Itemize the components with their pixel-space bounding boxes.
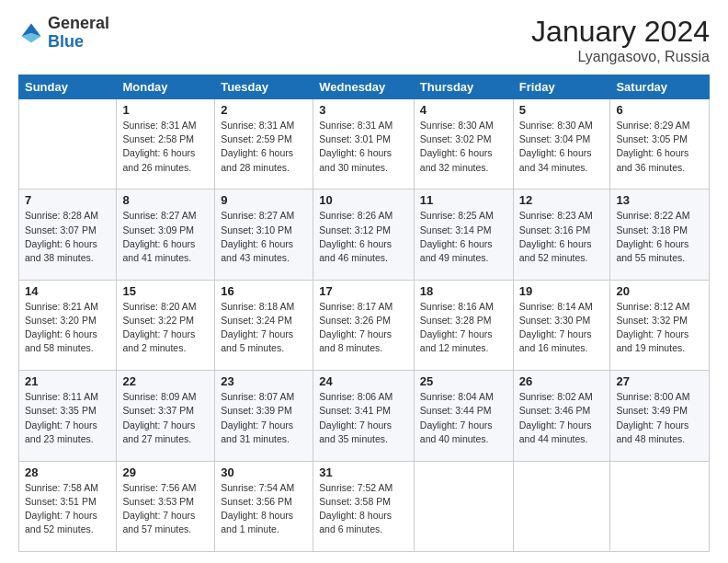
cell-w1-d5: 12Sunrise: 8:23 AM Sunset: 3:16 PM Dayli… [513,190,610,280]
cell-w2-d0: 14Sunrise: 8:21 AM Sunset: 3:20 PM Dayli… [19,280,117,370]
col-wednesday: Wednesday [313,75,415,99]
location: Lyangasovo, Russia [531,49,710,65]
week-row-2: 7Sunrise: 8:28 AM Sunset: 3:07 PM Daylig… [19,190,710,280]
day-number: 23 [221,374,307,388]
day-number: 3 [319,103,408,117]
cell-w1-d4: 11Sunrise: 8:25 AM Sunset: 3:14 PM Dayli… [414,190,513,280]
day-number: 1 [122,103,209,117]
day-info: Sunrise: 8:16 AM Sunset: 3:28 PM Dayligh… [420,300,507,356]
day-number: 30 [221,465,307,479]
day-info: Sunrise: 8:27 AM Sunset: 3:09 PM Dayligh… [122,209,209,265]
cell-w3-d6: 27Sunrise: 8:00 AM Sunset: 3:49 PM Dayli… [610,371,710,461]
day-number: 8 [122,193,209,207]
day-info: Sunrise: 8:30 AM Sunset: 3:04 PM Dayligh… [519,119,605,175]
cell-w3-d5: 26Sunrise: 8:02 AM Sunset: 3:46 PM Dayli… [513,371,610,461]
day-number: 10 [319,193,408,207]
day-info: Sunrise: 7:52 AM Sunset: 3:58 PM Dayligh… [319,481,408,537]
day-info: Sunrise: 8:18 AM Sunset: 3:24 PM Dayligh… [221,300,307,356]
week-row-1: 1Sunrise: 8:31 AM Sunset: 2:58 PM Daylig… [19,99,710,190]
cell-w0-d6: 6Sunrise: 8:29 AM Sunset: 3:05 PM Daylig… [610,99,710,190]
day-number: 17 [319,284,408,298]
day-info: Sunrise: 8:22 AM Sunset: 3:18 PM Dayligh… [616,209,703,265]
week-row-3: 14Sunrise: 8:21 AM Sunset: 3:20 PM Dayli… [19,280,710,370]
cell-w3-d3: 24Sunrise: 8:06 AM Sunset: 3:41 PM Dayli… [313,371,415,461]
day-info: Sunrise: 8:02 AM Sunset: 3:46 PM Dayligh… [519,390,605,446]
day-info: Sunrise: 8:29 AM Sunset: 3:05 PM Dayligh… [616,119,703,175]
cell-w2-d4: 18Sunrise: 8:16 AM Sunset: 3:28 PM Dayli… [414,280,513,370]
cell-w4-d6 [610,461,710,551]
day-number: 5 [519,103,605,117]
day-info: Sunrise: 7:58 AM Sunset: 3:51 PM Dayligh… [25,481,110,537]
logo: General Blue [18,15,109,52]
week-row-5: 28Sunrise: 7:58 AM Sunset: 3:51 PM Dayli… [19,461,710,551]
day-info: Sunrise: 8:28 AM Sunset: 3:07 PM Dayligh… [25,209,110,265]
calendar-header-row: Sunday Monday Tuesday Wednesday Thursday… [19,75,710,99]
day-number: 29 [122,465,209,479]
cell-w0-d1: 1Sunrise: 8:31 AM Sunset: 2:58 PM Daylig… [117,99,215,190]
day-info: Sunrise: 8:27 AM Sunset: 3:10 PM Dayligh… [221,209,307,265]
day-info: Sunrise: 8:26 AM Sunset: 3:12 PM Dayligh… [319,209,408,265]
day-number: 22 [122,374,209,388]
col-saturday: Saturday [610,75,710,99]
page: General Blue January 2024 Lyangasovo, Ru… [0,0,728,563]
cell-w2-d3: 17Sunrise: 8:17 AM Sunset: 3:26 PM Dayli… [313,280,415,370]
cell-w3-d1: 22Sunrise: 8:09 AM Sunset: 3:37 PM Dayli… [117,371,215,461]
logo-general: General [48,14,109,32]
day-number: 21 [25,374,110,388]
cell-w3-d4: 25Sunrise: 8:04 AM Sunset: 3:44 PM Dayli… [414,371,513,461]
cell-w3-d2: 23Sunrise: 8:07 AM Sunset: 3:39 PM Dayli… [215,371,313,461]
day-info: Sunrise: 8:04 AM Sunset: 3:44 PM Dayligh… [420,390,507,446]
month-title: January 2024 [531,15,710,49]
day-number: 15 [122,284,209,298]
day-number: 31 [319,465,408,479]
day-number: 20 [616,284,703,298]
day-number: 6 [616,103,703,117]
day-number: 14 [25,284,110,298]
day-info: Sunrise: 8:00 AM Sunset: 3:49 PM Dayligh… [616,390,703,446]
cell-w4-d0: 28Sunrise: 7:58 AM Sunset: 3:51 PM Dayli… [19,461,117,551]
day-number: 13 [616,193,703,207]
col-monday: Monday [117,75,215,99]
cell-w1-d3: 10Sunrise: 8:26 AM Sunset: 3:12 PM Dayli… [313,190,415,280]
day-number: 4 [420,103,507,117]
day-info: Sunrise: 8:31 AM Sunset: 2:58 PM Dayligh… [122,119,209,175]
cell-w0-d4: 4Sunrise: 8:30 AM Sunset: 3:02 PM Daylig… [414,99,513,190]
title-block: January 2024 Lyangasovo, Russia [531,15,710,65]
logo-blue: Blue [48,32,84,51]
col-friday: Friday [513,75,610,99]
day-info: Sunrise: 8:25 AM Sunset: 3:14 PM Dayligh… [420,209,507,265]
cell-w1-d2: 9Sunrise: 8:27 AM Sunset: 3:10 PM Daylig… [215,190,313,280]
cell-w2-d2: 16Sunrise: 8:18 AM Sunset: 3:24 PM Dayli… [215,280,313,370]
day-number: 28 [25,465,110,479]
cell-w4-d5 [513,461,610,551]
cell-w1-d0: 7Sunrise: 8:28 AM Sunset: 3:07 PM Daylig… [19,190,117,280]
cell-w0-d3: 3Sunrise: 8:31 AM Sunset: 3:01 PM Daylig… [313,99,415,190]
day-info: Sunrise: 8:21 AM Sunset: 3:20 PM Dayligh… [25,300,110,356]
day-number: 2 [221,103,307,117]
col-tuesday: Tuesday [215,75,313,99]
day-number: 9 [221,193,307,207]
day-info: Sunrise: 8:07 AM Sunset: 3:39 PM Dayligh… [221,390,307,446]
col-sunday: Sunday [19,75,117,99]
day-info: Sunrise: 8:31 AM Sunset: 2:59 PM Dayligh… [221,119,307,175]
cell-w4-d4 [414,461,513,551]
day-info: Sunrise: 8:23 AM Sunset: 3:16 PM Dayligh… [519,209,605,265]
calendar-table: Sunday Monday Tuesday Wednesday Thursday… [18,75,710,552]
day-number: 18 [420,284,507,298]
week-row-4: 21Sunrise: 8:11 AM Sunset: 3:35 PM Dayli… [19,371,710,461]
day-number: 19 [519,284,605,298]
day-info: Sunrise: 8:20 AM Sunset: 3:22 PM Dayligh… [122,300,209,356]
day-number: 11 [420,193,507,207]
day-info: Sunrise: 8:30 AM Sunset: 3:02 PM Dayligh… [420,119,507,175]
day-info: Sunrise: 8:31 AM Sunset: 3:01 PM Dayligh… [319,119,408,175]
day-info: Sunrise: 7:56 AM Sunset: 3:53 PM Dayligh… [122,481,209,537]
cell-w4-d3: 31Sunrise: 7:52 AM Sunset: 3:58 PM Dayli… [313,461,415,551]
cell-w0-d2: 2Sunrise: 8:31 AM Sunset: 2:59 PM Daylig… [215,99,313,190]
day-number: 16 [221,284,307,298]
cell-w0-d5: 5Sunrise: 8:30 AM Sunset: 3:04 PM Daylig… [513,99,610,190]
day-info: Sunrise: 7:54 AM Sunset: 3:56 PM Dayligh… [221,481,307,537]
cell-w0-d0 [19,99,117,190]
logo-text: General Blue [48,15,109,52]
day-info: Sunrise: 8:12 AM Sunset: 3:32 PM Dayligh… [616,300,703,356]
cell-w1-d1: 8Sunrise: 8:27 AM Sunset: 3:09 PM Daylig… [117,190,215,280]
